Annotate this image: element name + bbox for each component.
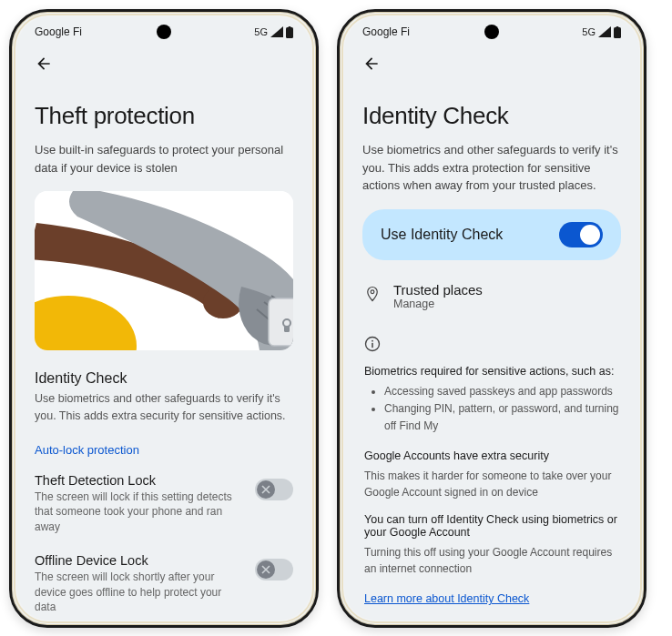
page-subtitle: Use biometrics and other safeguards to v… <box>362 141 621 195</box>
phone-theft-protection: Google Fi 5G Theft protection Use built-… <box>9 9 319 628</box>
trusted-places-row[interactable]: Trusted places Manage <box>362 282 621 310</box>
info-body: This makes it harder for someone to take… <box>364 468 619 500</box>
trusted-places-sub: Manage <box>393 298 483 310</box>
auto-lock-link[interactable]: Auto-lock protection <box>35 443 293 457</box>
list-item: Changing PIN, pattern, or password, and … <box>384 400 619 435</box>
status-right: 5G <box>582 26 621 38</box>
page-subtitle: Use built-in safeguards to protect your … <box>35 141 293 177</box>
info-block-accounts: Google Accounts have extra security This… <box>364 449 619 500</box>
svg-rect-7 <box>284 326 290 332</box>
info-heading: Google Accounts have extra security <box>364 449 619 462</box>
screen-right: Google Fi 5G Identity Check Use biometri… <box>344 16 639 621</box>
network-label: 5G <box>582 26 596 37</box>
svg-rect-8 <box>614 27 621 38</box>
back-button[interactable] <box>31 51 56 76</box>
svg-rect-1 <box>289 26 291 28</box>
page-title: Theft protection <box>35 102 293 130</box>
biometrics-heading: Biometrics required for sensitive action… <box>364 365 619 378</box>
use-identity-check-label: Use Identity Check <box>381 227 503 243</box>
network-label: 5G <box>254 26 268 37</box>
use-identity-check-card[interactable]: Use Identity Check <box>362 209 621 260</box>
close-icon <box>261 485 270 494</box>
carrier-label: Google Fi <box>362 25 410 38</box>
toggle-knob-off <box>257 480 275 499</box>
offline-lock-row[interactable]: Offline Device Lock The screen will lock… <box>35 553 293 615</box>
battery-icon <box>286 26 293 38</box>
theft-detection-label: Theft Detection Lock <box>35 473 244 488</box>
info-heading: You can turn off Identity Check using bi… <box>364 513 619 539</box>
svg-rect-11 <box>372 342 373 347</box>
toggle-knob-off <box>257 560 275 579</box>
arrow-left-icon <box>362 55 381 73</box>
info-section: Biometrics required for sensitive action… <box>362 336 621 607</box>
svg-point-12 <box>372 339 373 341</box>
use-identity-check-toggle[interactable] <box>559 222 603 247</box>
biometrics-list: Accessing saved passkeys and app passwor… <box>364 383 619 436</box>
svg-rect-9 <box>616 26 619 28</box>
page-title: Identity Check <box>362 102 621 130</box>
offline-lock-desc: The screen will lock shortly after your … <box>35 570 244 615</box>
arrow-left-icon <box>35 55 53 73</box>
phone-identity-check: Google Fi 5G Identity Check Use biometri… <box>337 9 647 628</box>
offline-lock-toggle[interactable] <box>255 559 293 580</box>
theft-detection-row[interactable]: Theft Detection Lock The screen will loc… <box>35 473 293 535</box>
info-block-turn-off: You can turn off Identity Check using bi… <box>364 513 619 577</box>
carrier-label: Google Fi <box>35 25 82 38</box>
theft-illustration <box>35 191 293 350</box>
status-right: 5G <box>254 26 293 38</box>
camera-cutout <box>484 25 499 39</box>
theft-detection-toggle[interactable] <box>255 479 293 500</box>
info-body: Turning this off using your Google Accou… <box>364 544 619 577</box>
pin-icon <box>364 285 381 307</box>
back-button[interactable] <box>359 51 384 76</box>
offline-lock-label: Offline Device Lock <box>35 553 244 568</box>
camera-cutout <box>157 25 171 39</box>
info-icon <box>364 336 619 356</box>
signal-icon <box>598 26 611 37</box>
identity-check-title: Identity Check <box>35 370 293 387</box>
trusted-places-title: Trusted places <box>393 282 483 298</box>
toggle-knob-on <box>580 225 600 245</box>
list-item: Accessing saved passkeys and app passwor… <box>384 383 619 400</box>
close-icon <box>261 565 270 574</box>
screen-left: Google Fi 5G Theft protection Use built-… <box>16 16 311 621</box>
learn-more-link[interactable]: Learn more about Identity Check <box>364 592 529 605</box>
battery-icon <box>614 26 621 38</box>
signal-icon <box>270 26 283 37</box>
theft-detection-desc: The screen will lock if this setting det… <box>35 490 244 535</box>
svg-rect-0 <box>286 27 293 38</box>
identity-check-text: Use biometrics and other safeguards to v… <box>35 390 293 425</box>
